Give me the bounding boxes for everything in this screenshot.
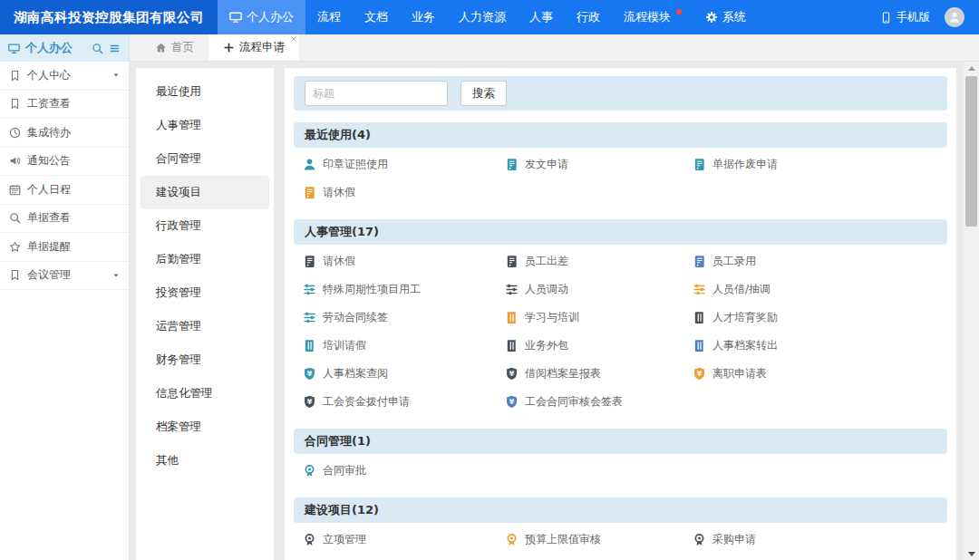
topnav-item[interactable]: 个人办公 (218, 0, 305, 34)
sidebar-menu-icon[interactable] (109, 43, 121, 54)
process-item[interactable]: 人员调动 (505, 275, 693, 304)
svg-text:¥: ¥ (307, 370, 313, 378)
book-icon (303, 339, 316, 352)
process-item[interactable]: 员工出差 (505, 247, 693, 275)
sidebar-item[interactable]: 个人中心 (0, 62, 129, 91)
category-item[interactable]: 档案管理 (141, 410, 269, 444)
topnav-item[interactable]: 流程 (305, 0, 353, 34)
process-item[interactable]: 劳动合同续签 (303, 304, 505, 332)
mobile-version-button[interactable]: 手机版 (880, 10, 931, 25)
sidebar-item[interactable]: 集成待办 (0, 119, 129, 148)
process-item[interactable]: 人才培育奖励 (693, 304, 938, 332)
category-item[interactable]: 合同管理 (141, 142, 269, 176)
search-icon (9, 212, 21, 224)
category-item[interactable]: 财务管理 (141, 343, 269, 377)
process-item[interactable]: ¥借阅档案呈报表 (505, 360, 693, 388)
chevron-down-icon (112, 272, 120, 279)
body-row: 个人办公 个人中心工资查看集成待办通知公告个人日程单据查看单据提醒会议管理 首页… (0, 34, 979, 560)
process-item[interactable]: 人员借/抽调 (693, 275, 938, 304)
phone-icon (880, 12, 892, 24)
process-item[interactable]: 业务外包 (505, 332, 693, 360)
process-item-label: 立项管理 (323, 532, 366, 547)
scrollbar-thumb[interactable] (965, 76, 977, 227)
content: 最近使用人事管理合同管理建设项目行政管理后勤管理投资管理运营管理财务管理信息化管… (130, 62, 979, 560)
process-item[interactable]: 员工录用 (693, 247, 938, 275)
avatar[interactable] (945, 7, 964, 27)
process-item[interactable]: ¥工会合同审核会签表 (505, 388, 693, 416)
scrollbar (964, 62, 979, 560)
process-item[interactable]: 请休假 (303, 247, 505, 275)
topnav-item[interactable]: 人力资源 (447, 0, 518, 34)
category-item[interactable]: 投资管理 (141, 276, 269, 310)
category-item[interactable]: 人事管理 (141, 109, 269, 142)
doc-icon (693, 255, 706, 268)
process-item[interactable]: ¥人事档案查阅 (303, 360, 505, 388)
topnav-item[interactable]: 行政 (565, 0, 612, 34)
sidebar-item-label: 单据提醒 (27, 239, 71, 255)
process-item-label: 印章证照使用 (323, 157, 388, 172)
process-item[interactable]: 预算上限值审核 (505, 526, 693, 554)
mobile-version-label: 手机版 (897, 10, 931, 25)
sidebar-item[interactable]: 工资查看 (0, 91, 129, 120)
close-icon[interactable] (290, 35, 297, 43)
category-item[interactable]: 后勤管理 (141, 243, 269, 276)
clock-icon (9, 127, 21, 139)
process-item[interactable]: ¥工会资金拨付申请 (303, 388, 505, 416)
process-item[interactable]: 印章证照使用 (303, 150, 505, 179)
section-header: 人事管理(17) (294, 219, 947, 245)
process-item[interactable]: 发文申请 (505, 150, 693, 179)
sidebar-search-icon[interactable] (92, 43, 103, 54)
topnav-item[interactable]: 人事 (518, 0, 565, 34)
process-item[interactable]: 立项管理 (303, 526, 505, 554)
topnav-item[interactable]: 业务 (400, 0, 447, 34)
sidebar-item[interactable]: 单据提醒 (0, 233, 129, 262)
process-item[interactable]: 培训请假 (303, 332, 505, 360)
process-item[interactable]: 采购申请 (693, 526, 938, 554)
topnav-item[interactable]: 系统 (693, 0, 758, 34)
doc-icon (505, 255, 519, 268)
category-item[interactable]: 信息化管理 (141, 377, 269, 410)
search-button[interactable]: 搜索 (460, 81, 507, 106)
process-item-label: 合同审批 (323, 463, 366, 478)
plus-icon (223, 42, 235, 53)
gear-icon (705, 11, 718, 24)
category-item[interactable]: 运营管理 (141, 310, 269, 343)
title-search-input[interactable] (305, 81, 448, 106)
monitor-icon (8, 43, 20, 54)
process-item[interactable]: 学习与培训 (505, 304, 693, 332)
svg-text:¥: ¥ (509, 398, 515, 406)
main-area: 首页流程申请 最近使用人事管理合同管理建设项目行政管理后勤管理投资管理运营管理财… (130, 34, 979, 560)
sidebar-item[interactable]: 会议管理 (0, 262, 129, 291)
topnav-item-label: 流程 (317, 9, 341, 25)
category-item[interactable]: 建设项目 (141, 176, 269, 209)
process-item[interactable]: 特殊周期性项目用工 (303, 275, 505, 304)
process-item-label: 借阅档案呈报表 (525, 366, 601, 381)
sliders-icon (303, 283, 316, 296)
process-item-label: 特殊周期性项目用工 (323, 282, 421, 297)
money-icon: ¥ (505, 395, 519, 409)
process-item[interactable]: 人事档案转出 (693, 332, 938, 360)
process-item[interactable]: 请休假 (303, 179, 505, 207)
section-item-grid: 请休假员工出差员工录用特殊周期性项目用工人员调动人员借/抽调劳动合同续签学习与培… (294, 245, 947, 417)
process-item[interactable]: 合同审批 (303, 457, 505, 485)
process-item[interactable]: ¥离职申请表 (693, 360, 938, 388)
topnav-item[interactable]: 文档 (353, 0, 400, 34)
sidebar-item[interactable]: 通知公告 (0, 148, 129, 177)
scroll-down-arrow[interactable] (964, 547, 979, 560)
tab-active[interactable]: 流程申请 (208, 34, 299, 61)
topnav-item[interactable]: 流程模块 (612, 0, 693, 34)
category-item[interactable]: 最近使用 (141, 75, 269, 109)
sidebar-item[interactable]: 个人日程 (0, 176, 129, 205)
process-item[interactable]: 单据作废申请 (693, 150, 938, 179)
topnav-item-label: 行政 (577, 9, 600, 25)
category-item[interactable]: 其他 (141, 444, 269, 478)
sidebar-item[interactable]: 单据查看 (0, 205, 129, 234)
section-header: 合同管理(1) (294, 429, 947, 454)
process-item-label: 预算上限值审核 (525, 532, 601, 547)
svg-text:¥: ¥ (509, 370, 515, 378)
scroll-up-arrow[interactable] (964, 62, 979, 74)
section-header: 建设项目(12) (294, 497, 947, 523)
tab-home[interactable]: 首页 (141, 34, 208, 61)
process-item-label: 采购申请 (712, 532, 756, 547)
category-item[interactable]: 行政管理 (141, 209, 269, 243)
